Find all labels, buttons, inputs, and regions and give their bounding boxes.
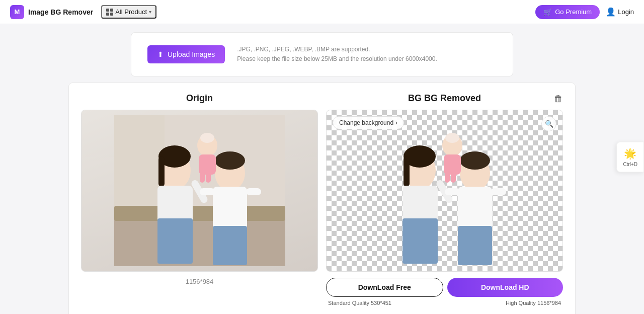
comparison-headers: Origin BG BG Removed 🗑 <box>81 93 563 104</box>
svg-rect-18 <box>199 154 216 175</box>
svg-rect-30 <box>458 226 492 265</box>
svg-rect-6 <box>158 156 165 187</box>
svg-rect-31 <box>445 188 460 195</box>
svg-rect-12 <box>213 187 247 232</box>
origin-title: Origin <box>186 93 213 103</box>
svg-rect-8 <box>157 218 193 264</box>
standard-quality-text: Standard Quality <box>328 300 369 306</box>
comparison-card: Origin BG BG Removed 🗑 <box>68 83 576 314</box>
upload-button-label: Upload Images <box>168 50 215 58</box>
bg-removed-column-header: BG BG Removed 🗑 <box>326 93 563 104</box>
chevron-down-icon: ▾ <box>149 9 151 15</box>
high-quality-label: High Quality 1156*984 <box>506 300 561 306</box>
standard-quality-label: Standard Quality 530*451 <box>328 300 391 306</box>
quality-info: Standard Quality 530*451 High Quality 11… <box>326 300 563 306</box>
high-quality-dims: 1156*984 <box>537 300 561 306</box>
ctrl-d-label: Ctrl+D <box>623 162 637 167</box>
removed-photo-container <box>327 110 562 271</box>
high-quality-text: High Quality <box>506 300 536 306</box>
download-hd-button[interactable]: DownLoad HD <box>447 278 564 297</box>
upload-icon: ⬆ <box>157 50 164 58</box>
download-buttons-row: DownLoad Free DownLoad HD <box>326 278 563 297</box>
standard-quality-dims: 530*451 <box>371 300 391 306</box>
origin-panel <box>81 110 318 272</box>
logo: M Image BG Remover <box>10 5 93 19</box>
svg-point-34 <box>445 133 459 143</box>
origin-dimensions: 1156*984 <box>81 278 318 306</box>
svg-point-17 <box>200 133 214 143</box>
svg-rect-37 <box>451 172 456 183</box>
download-actions: DownLoad Free DownLoad HD Standard Quali… <box>326 278 563 306</box>
page: M Image BG Remover All Product ▾ 🛒 Go Pr… <box>0 0 644 314</box>
removed-photo-svg <box>359 115 530 266</box>
all-product-label: All Product <box>115 8 147 16</box>
premium-label: Go Premium <box>555 8 592 16</box>
bg-removed-title: BG BG Removed <box>408 93 481 104</box>
all-product-button[interactable]: All Product ▾ <box>101 5 156 19</box>
user-icon: 👤 <box>606 7 616 17</box>
svg-point-11 <box>215 151 245 170</box>
svg-rect-35 <box>444 154 461 175</box>
login-button[interactable]: 👤 Login <box>606 7 634 17</box>
upload-hint-line2: Please keep the file size below 25MB and… <box>237 54 437 64</box>
logo-icon: M <box>10 5 24 19</box>
logo-letter: M <box>15 8 20 16</box>
cart-icon: 🛒 <box>543 8 552 16</box>
zoom-icon: 🔍 <box>545 120 553 128</box>
change-background-label: Change background <box>339 119 393 126</box>
svg-rect-13 <box>213 226 247 265</box>
go-premium-button[interactable]: 🛒 Go Premium <box>535 5 600 19</box>
svg-point-28 <box>460 151 490 170</box>
original-image <box>82 110 317 271</box>
family-photo-svg <box>114 115 285 266</box>
change-background-button[interactable]: Change background › <box>333 116 404 129</box>
svg-rect-29 <box>458 187 492 232</box>
svg-rect-32 <box>491 188 506 195</box>
upload-images-button[interactable]: ⬆ Upload Images <box>147 45 225 63</box>
content-wrapper: ⬆ Upload Images .JPG, .PNG, .JPEG, .WEBP… <box>60 32 584 314</box>
login-label: Login <box>618 8 634 16</box>
svg-rect-20 <box>206 172 211 183</box>
bg-removed-bold: BG Removed <box>424 93 481 103</box>
header-left: M Image BG Remover All Product ▾ <box>10 5 156 19</box>
svg-rect-2 <box>114 216 285 266</box>
header: M Image BG Remover All Product ▾ 🛒 Go Pr… <box>0 0 644 24</box>
svg-rect-25 <box>403 218 438 264</box>
svg-rect-23 <box>404 156 410 187</box>
svg-rect-19 <box>200 172 205 183</box>
svg-rect-15 <box>246 188 261 195</box>
upload-section: ⬆ Upload Images .JPG, .PNG, .JPEG, .WEBP… <box>131 32 513 76</box>
header-right: 🛒 Go Premium 👤 Login <box>535 5 634 19</box>
chevron-right-icon: › <box>395 119 397 126</box>
download-free-button[interactable]: DownLoad Free <box>326 278 443 297</box>
image-info-row: 1156*984 DownLoad Free DownLoad HD Stand… <box>81 278 563 306</box>
upload-hint-line1: .JPG, .PNG, .JPEG, .WEBP, .BMP are suppo… <box>237 45 437 54</box>
bg-removed-panel: Change background › 🔍 <box>326 110 563 272</box>
delete-button[interactable]: 🗑 <box>554 93 563 104</box>
origin-column-header: Origin <box>81 93 318 104</box>
logo-text: Image BG Remover <box>28 8 93 16</box>
bookmark-star-icon: 🌟 <box>624 147 636 160</box>
svg-rect-1 <box>114 115 165 216</box>
upload-row: ⬆ Upload Images .JPG, .PNG, .JPEG, .WEBP… <box>147 45 497 64</box>
svg-rect-36 <box>445 172 450 183</box>
comparison-images: Change background › 🔍 <box>81 110 563 272</box>
svg-rect-3 <box>114 206 285 221</box>
ctrl-d-badge[interactable]: 🌟 Ctrl+D <box>616 142 644 173</box>
grid-icon <box>106 9 113 16</box>
svg-rect-14 <box>200 188 215 195</box>
upload-hints: .JPG, .PNG, .JPEG, .WEBP, .BMP are suppo… <box>237 45 437 64</box>
